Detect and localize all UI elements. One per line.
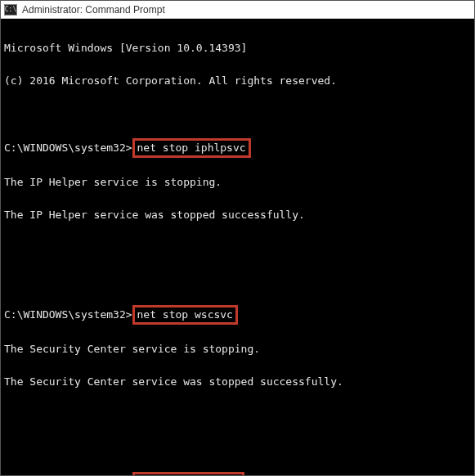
cmd-window: C:\ Administrator: Command Prompt Micros… (0, 0, 475, 476)
cmd-icon: C:\ (4, 4, 17, 16)
window-title: Administrator: Command Prompt (22, 4, 165, 16)
command-highlight: net stop wscsvc (132, 305, 238, 325)
command-highlight: net stop Winmgmt (132, 472, 244, 475)
output-line: The Security Center service is stopping. (4, 341, 471, 357)
output-line: The Security Center service was stopped … (4, 374, 471, 390)
terminal-area[interactable]: Microsoft Windows [Version 10.0.14393] (… (1, 19, 474, 475)
prompt: C:\WINDOWS\system32> (4, 141, 132, 154)
header-line: Microsoft Windows [Version 10.0.14393] (4, 40, 471, 56)
copyright-line: (c) 2016 Microsoft Corporation. All righ… (4, 73, 471, 89)
output-line: The IP Helper service was stopped succes… (4, 207, 471, 223)
titlebar[interactable]: C:\ Administrator: Command Prompt (1, 1, 474, 19)
prompt: C:\WINDOWS\system32> (4, 308, 132, 321)
command-highlight: net stop iphlpsvc (132, 138, 251, 158)
output-line: The IP Helper service is stopping. (4, 174, 471, 191)
